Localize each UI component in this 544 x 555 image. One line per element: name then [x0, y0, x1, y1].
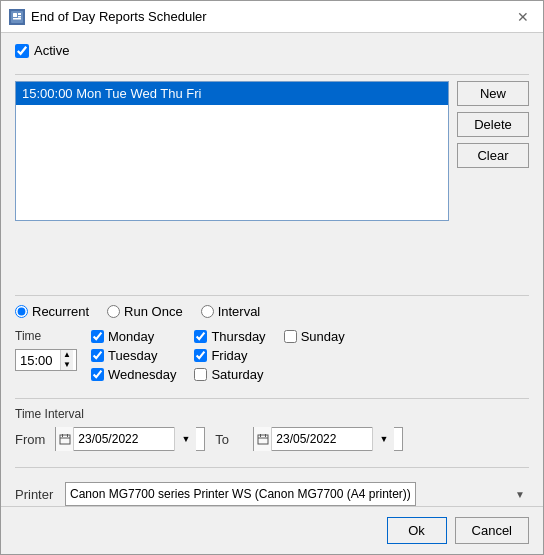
saturday-label[interactable]: Saturday [194, 367, 265, 382]
printer-select-wrapper: Canon MG7700 series Printer WS (Canon MG… [65, 482, 529, 506]
main-content: Active 15:00:00 Mon Tue Wed Thu Fri New … [1, 33, 543, 506]
time-interval-title: Time Interval [15, 407, 529, 421]
active-label: Active [34, 43, 69, 58]
friday-checkbox[interactable] [194, 349, 207, 362]
time-up-button[interactable]: ▲ [61, 350, 73, 360]
to-date-input[interactable] [272, 430, 372, 448]
printer-label: Printer [15, 487, 55, 502]
clear-button[interactable]: Clear [457, 143, 529, 168]
time-col: Time ▲ ▼ [15, 329, 77, 371]
new-button[interactable]: New [457, 81, 529, 106]
printer-select[interactable]: Canon MG7700 series Printer WS (Canon MG… [65, 482, 416, 506]
saturday-checkbox[interactable] [194, 368, 207, 381]
time-input-wrapper: ▲ ▼ [15, 349, 77, 371]
printer-select-arrow: ▼ [515, 489, 525, 500]
schedule-list[interactable]: 15:00:00 Mon Tue Wed Thu Fri [15, 81, 449, 221]
title-bar: End of Day Reports Scheduler ✕ [1, 1, 543, 33]
days-grid: Monday Thursday Sunday Tuesday Friday [91, 329, 345, 382]
from-label: From [15, 432, 45, 447]
active-checkbox[interactable] [15, 44, 29, 58]
tuesday-label[interactable]: Tuesday [91, 348, 176, 363]
sunday-label[interactable]: Sunday [284, 329, 345, 344]
thursday-label[interactable]: Thursday [194, 329, 265, 344]
thursday-checkbox[interactable] [194, 330, 207, 343]
svg-rect-3 [18, 16, 21, 18]
to-date-dropdown-button[interactable]: ▼ [372, 427, 394, 451]
cancel-button[interactable]: Cancel [455, 517, 529, 544]
from-calendar-icon [56, 427, 74, 451]
active-row: Active [15, 43, 529, 58]
separator-4 [15, 467, 529, 468]
wednesday-checkbox[interactable] [91, 368, 104, 381]
svg-rect-1 [13, 13, 17, 17]
to-date-wrapper: ▼ [253, 427, 403, 451]
interval-radio[interactable] [201, 305, 214, 318]
wednesday-label[interactable]: Wednesday [91, 367, 176, 382]
interval-option[interactable]: Interval [201, 304, 261, 319]
main-window: End of Day Reports Scheduler ✕ Active 15… [0, 0, 544, 555]
svg-rect-2 [18, 13, 21, 15]
from-to-row: From ▼ To [15, 427, 529, 451]
monday-checkbox[interactable] [91, 330, 104, 343]
close-button[interactable]: ✕ [511, 5, 535, 29]
time-label: Time [15, 329, 77, 343]
sunday-checkbox[interactable] [284, 330, 297, 343]
recurrent-option[interactable]: Recurrent [15, 304, 89, 319]
side-buttons: New Delete Clear [457, 81, 529, 287]
svg-rect-0 [11, 11, 23, 23]
window-title: End of Day Reports Scheduler [31, 9, 511, 24]
time-input[interactable] [16, 351, 60, 370]
tuesday-checkbox[interactable] [91, 349, 104, 362]
active-checkbox-label[interactable]: Active [15, 43, 69, 58]
run-once-option[interactable]: Run Once [107, 304, 183, 319]
svg-rect-9 [258, 435, 268, 444]
bottom-buttons: Ok Cancel [1, 506, 543, 554]
recurrent-radio[interactable] [15, 305, 28, 318]
svg-rect-4 [13, 18, 21, 20]
monday-label[interactable]: Monday [91, 329, 176, 344]
svg-rect-5 [60, 435, 70, 444]
list-item[interactable]: 15:00:00 Mon Tue Wed Thu Fri [16, 82, 448, 105]
app-icon [9, 9, 25, 25]
to-calendar-icon [254, 427, 272, 451]
to-label: To [215, 432, 243, 447]
time-down-button[interactable]: ▼ [61, 360, 73, 370]
list-area: 15:00:00 Mon Tue Wed Thu Fri New Delete … [15, 81, 529, 287]
time-spinner: ▲ ▼ [60, 350, 73, 370]
ok-button[interactable]: Ok [387, 517, 447, 544]
from-date-dropdown-button[interactable]: ▼ [174, 427, 196, 451]
days-time-row: Time ▲ ▼ Monday Thursday [15, 329, 529, 382]
printer-row: Printer Canon MG7700 series Printer WS (… [15, 482, 529, 506]
friday-label[interactable]: Friday [194, 348, 265, 363]
from-date-input[interactable] [74, 430, 174, 448]
separator-2 [15, 295, 529, 296]
separator-1 [15, 74, 529, 75]
recurrence-row: Recurrent Run Once Interval [15, 304, 529, 319]
time-interval-section: Time Interval From ▼ To [15, 407, 529, 451]
from-date-wrapper: ▼ [55, 427, 205, 451]
delete-button[interactable]: Delete [457, 112, 529, 137]
separator-3 [15, 398, 529, 399]
run-once-radio[interactable] [107, 305, 120, 318]
